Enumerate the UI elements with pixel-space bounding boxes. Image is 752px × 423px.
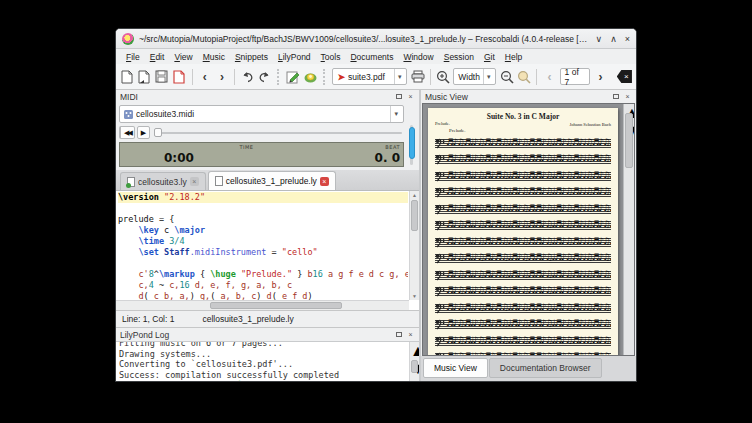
menu-session[interactable]: Session	[440, 51, 478, 63]
close-panel-icon[interactable]: ×	[406, 92, 415, 101]
midi-panel-header[interactable]: MIDI ×	[116, 90, 419, 103]
menu-lilypond[interactable]: LilyPond	[274, 51, 315, 63]
music-view-viewport[interactable]: Suite No. 3 in C Major Johann Sebastian …	[422, 103, 635, 356]
dock-tab-documentation-browser[interactable]: Documentation Browser	[489, 358, 602, 378]
music-notes: ♬♪♫♬♩♪♫♬♪♬♫♩♬♪♫♬♬♪♫♩♬♪♫♬♪♩♫♬♪♫♬♩♪♫♬♪♬♫♩♬…	[446, 217, 611, 231]
pdf-document-combo[interactable]: ➤ suite3.pdf ▾	[332, 68, 407, 85]
tab-cellosuite3_1_prelude.ly[interactable]: cellosuite3_1_prelude.ly×	[208, 171, 336, 190]
previous-page-button[interactable]: ‹	[542, 68, 556, 86]
tab-cellosuite3.ly[interactable]: cellosuite3.ly×	[120, 172, 206, 190]
code-line[interactable]: \version "2.18.2"	[118, 192, 408, 203]
float-panel-icon[interactable]	[394, 92, 403, 101]
log-vertical-scrollbar[interactable]: ▲ ▼	[409, 342, 419, 381]
time-label: TIME	[239, 144, 253, 150]
close-icon[interactable]: ×	[625, 34, 630, 44]
chevron-down-icon[interactable]: ▾	[483, 69, 494, 84]
menu-edit[interactable]: Edit	[146, 51, 169, 63]
log-output[interactable]: Fitting music on 6 or 7 pages...Drawing …	[116, 341, 419, 381]
scrollbar-thumb[interactable]	[411, 360, 418, 373]
print-button[interactable]	[410, 68, 424, 86]
music-view-title: Music View	[425, 92, 608, 102]
staff-system: ♬♪♫♬♩♪♫♬♪♬♫♩♬♪♫♬♬♪♫♩♬♪♫♬♪♩♫♬♪♫♬♩♪♫♬♪♬♫♩♬…	[435, 238, 611, 247]
float-panel-icon[interactable]	[611, 92, 620, 101]
dock-tab-music-view[interactable]: Music View	[423, 358, 488, 378]
music-view-header[interactable]: Music View ×	[421, 90, 636, 103]
code-line[interactable]	[118, 258, 408, 269]
scrollbar-thumb[interactable]	[210, 302, 342, 309]
close-panel-icon[interactable]: ×	[406, 330, 415, 339]
new-document-button[interactable]	[120, 68, 134, 86]
minimize-icon[interactable]: ∨	[596, 34, 603, 44]
magnifier-button[interactable]	[517, 68, 531, 86]
back-button[interactable]: ‹	[198, 68, 212, 86]
save-document-button[interactable]	[155, 68, 169, 86]
float-panel-icon[interactable]	[394, 330, 403, 339]
music-view-dock: Music View × Suite No. 3 in C Major Joha…	[421, 90, 636, 381]
music-view-scrollbar[interactable]: ▲ ▼	[623, 104, 634, 355]
toolbar-separator	[192, 69, 193, 85]
redo-button[interactable]	[258, 68, 272, 86]
zoom-out-button[interactable]	[499, 68, 513, 86]
staff-system: ♬♪♫♬♩♪♫♬♪♬♫♩♬♪♫♬♬♪♫♩♬♪♫♬♪♩♫♬♪♫♬♩♪♫♬♪♬♫♩♬…	[435, 304, 611, 313]
scrollbar-thumb[interactable]	[625, 113, 633, 168]
music-notes: ♬♪♫♬♩♪♫♬♪♬♫♩♬♪♫♬♬♪♫♩♬♪♫♬♪♩♫♬♪♫♬♩♪♫♬♪♬♫♩♬…	[446, 201, 611, 215]
menu-tools[interactable]: Tools	[317, 51, 345, 63]
menu-documents[interactable]: Documents	[346, 51, 397, 63]
cursor-position: Line: 1, Col: 1	[122, 314, 174, 324]
edit-in-place-button[interactable]	[286, 68, 300, 86]
menu-music[interactable]: Music	[199, 51, 229, 63]
open-document-button[interactable]	[137, 68, 151, 86]
toolbar-handle[interactable]	[323, 69, 327, 85]
rewind-button[interactable]: ◀◀	[119, 126, 135, 139]
editor-vertical-scrollbar[interactable]: ▲ ▼	[409, 191, 419, 300]
document-icon	[215, 176, 223, 186]
forward-button[interactable]: ›	[215, 68, 229, 86]
code-line[interactable]: \set Staff.midiInstrument = "cello"	[118, 247, 408, 258]
chevron-down-icon[interactable]: ▾	[390, 106, 401, 122]
code-area[interactable]: \version "2.18.2" prelude = { \key c \ma…	[118, 192, 408, 300]
chevron-down-icon[interactable]: ▾	[394, 69, 405, 84]
code-editor[interactable]: \version "2.18.2" prelude = { \key c \ma…	[116, 190, 419, 310]
maximize-icon[interactable]: ∧	[610, 34, 617, 44]
staff-system: ♬♪♫♬♩♪♫♬♪♬♫♩♬♪♫♬♬♪♫♩♬♪♫♬♪♩♫♬♪♫♬♩♪♫♬♪♬♫♩♬…	[435, 287, 611, 296]
close-tab-icon[interactable]: ×	[190, 177, 199, 186]
editor-horizontal-scrollbar[interactable]	[116, 300, 409, 310]
titlebar[interactable]: ~/src/Mutopia/MutopiaProject/ftp/BachJS/…	[116, 29, 636, 49]
menu-snippets[interactable]: Snippets	[231, 51, 272, 63]
menu-view[interactable]: View	[170, 51, 196, 63]
play-button[interactable]: ▶	[137, 126, 150, 139]
code-line[interactable]: c'8^\markup { \huge "Prelude." } b16 a g…	[118, 269, 408, 280]
slider-thumb[interactable]	[154, 128, 162, 137]
next-page-button[interactable]: ›	[593, 68, 607, 86]
midi-volume-slider[interactable]	[407, 105, 416, 167]
midi-file-combo[interactable]: cellosuite3.midi ▾	[119, 105, 404, 123]
lilypond-compile-button[interactable]	[303, 68, 318, 86]
code-line[interactable]: \key c \major	[118, 225, 408, 236]
undo-button[interactable]	[240, 68, 254, 86]
staff-system: ♬♪♫♬♩♪♫♬♪♬♫♩♬♪♫♬♬♪♫♩♬♪♫♬♪♩♫♬♪♫♬♩♪♫♬♪♬♫♩♬…	[435, 337, 611, 346]
log-line: Fitting music on 6 or 7 pages...	[119, 341, 408, 349]
staff-system: ♬♪♫♬♩♪♫♬♪♬♫♩♬♪♫♬♬♪♫♩♬♪♫♬♪♩♫♬♪♫♬♩♪♫♬♪♬♫♩♬…	[435, 155, 611, 164]
menu-help[interactable]: Help	[501, 51, 526, 63]
close-tab-icon[interactable]: ×	[320, 177, 329, 186]
code-line[interactable]: prelude = {	[118, 214, 408, 225]
volume-thumb[interactable]	[409, 127, 415, 159]
close-document-button[interactable]	[172, 68, 186, 86]
menu-window[interactable]: Window	[399, 51, 437, 63]
code-line[interactable]: \time 3/4	[118, 236, 408, 247]
zoom-in-button[interactable]	[436, 68, 450, 86]
close-panel-icon[interactable]: ×	[623, 92, 632, 101]
code-line[interactable]	[118, 203, 408, 214]
clear-highlighting-button[interactable]: ×	[617, 70, 632, 83]
code-line[interactable]: c,4 ~ c,16 d, e, f, g, a, b, c	[118, 280, 408, 291]
score-page[interactable]: Suite No. 3 in C Major Johann Sebastian …	[428, 108, 618, 356]
page-number-field[interactable]: 1 of 7	[560, 68, 591, 85]
midi-position-slider[interactable]	[152, 126, 404, 139]
zoom-level-combo[interactable]: Width ▾	[453, 68, 496, 85]
menu-git[interactable]: Git	[480, 51, 499, 63]
log-panel-header[interactable]: LilyPond Log ×	[116, 328, 419, 341]
toolbar-handle[interactable]	[277, 69, 281, 85]
menu-file[interactable]: File	[122, 51, 144, 63]
code-line[interactable]: d( c b, a,) g,( a, b, c) d( e f d)	[118, 291, 408, 300]
scrollbar-thumb[interactable]	[411, 200, 418, 231]
